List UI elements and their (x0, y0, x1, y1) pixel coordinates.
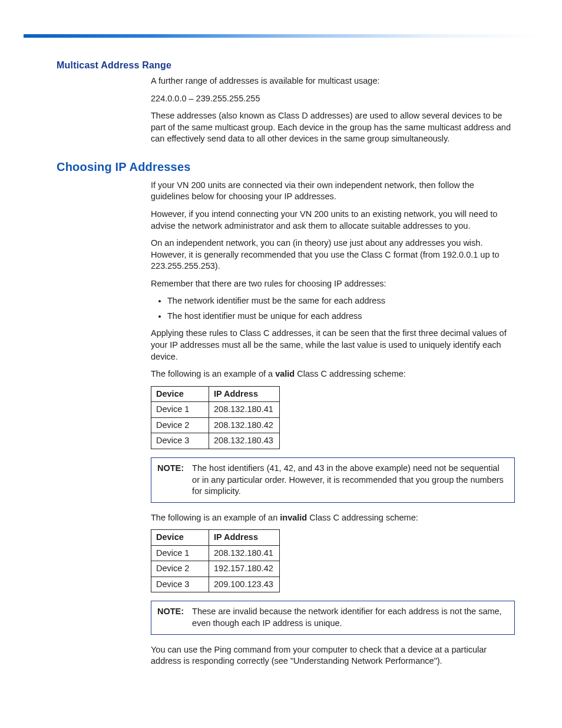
table-header-ip: IP Address (209, 530, 280, 546)
choosing-p3: On an independent network, you can (in t… (151, 238, 515, 272)
table-row: Device 1208.132.180.41 (151, 402, 280, 418)
list-item: The network identifier must be the same … (167, 295, 515, 307)
note-box-1: NOTE: The host identifiers (41, 42, and … (151, 457, 515, 503)
table-header-device: Device (151, 530, 209, 546)
note-box-2: NOTE: These are invalid because the netw… (151, 601, 515, 634)
invalid-intro: The following is an example of an invali… (151, 512, 515, 524)
table-row: Device 2208.132.180.42 (151, 417, 280, 433)
note-label: NOTE: (157, 463, 184, 498)
choosing-p5: Applying these rules to Class C addresse… (151, 328, 515, 363)
invalid-address-table: Device IP Address Device 1208.132.180.41… (151, 529, 280, 592)
choosing-rules-list: The network identifier must be the same … (151, 295, 515, 322)
note-label: NOTE: (157, 606, 184, 629)
note-text: These are invalid because the network id… (192, 606, 508, 629)
page-content: Multicast Address Range A further range … (57, 60, 515, 667)
choosing-p1: If your VN 200 units are connected via t… (151, 180, 515, 203)
table-row: Device 3209.100.123.43 (151, 577, 280, 592)
multicast-range: 224.0.0.0 – 239.255.255.255 (151, 93, 515, 105)
table-header-ip: IP Address (209, 386, 280, 402)
valid-address-table: Device IP Address Device 1208.132.180.41… (151, 386, 280, 449)
choosing-p2: However, if you intend connecting your V… (151, 209, 515, 232)
table-header-device: Device (151, 386, 209, 402)
valid-intro: The following is an example of a valid C… (151, 368, 515, 380)
multicast-intro: A further range of addresses is availabl… (151, 75, 515, 87)
heading-multicast: Multicast Address Range (57, 60, 515, 71)
table-row: Device 1208.132.180.41 (151, 545, 280, 561)
header-gradient-bar (24, 34, 538, 38)
closing-paragraph: You can use the Ping command from your c… (151, 644, 515, 667)
multicast-desc: These addresses (also known as Class D a… (151, 110, 515, 145)
list-item: The host identifier must be unique for e… (167, 311, 515, 322)
choosing-p4: Remember that there are two rules for ch… (151, 278, 515, 290)
table-row: Device 3208.132.180.43 (151, 433, 280, 449)
note-text: The host identifiers (41, 42, and 43 in … (192, 463, 508, 498)
heading-choosing: Choosing IP Addresses (57, 160, 515, 174)
table-row: Device 2192.157.180.42 (151, 561, 280, 577)
